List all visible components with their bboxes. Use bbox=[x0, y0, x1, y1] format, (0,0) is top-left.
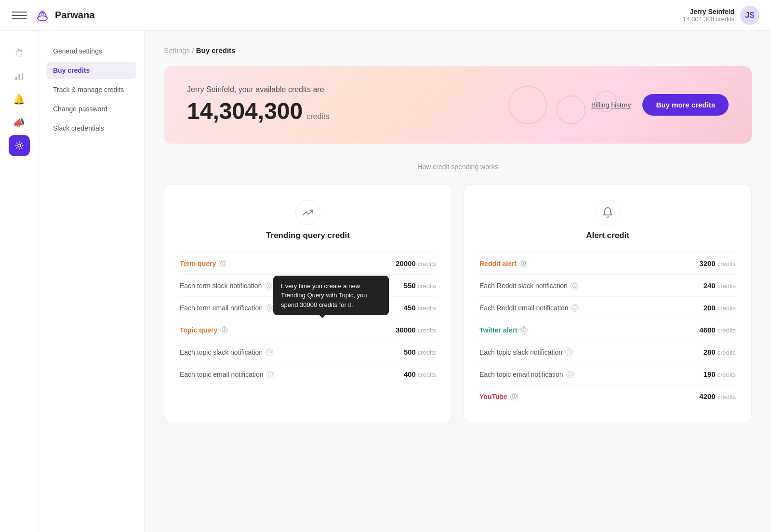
avatar: JS bbox=[740, 6, 759, 25]
trending-query-card: Trending query credit Term query ⓘ 20000… bbox=[164, 184, 452, 423]
credit-row-topic-slack: Each topic slack notification ⓘ 500 cred… bbox=[180, 341, 436, 363]
main-layout: ⏱ 🔔 📣 General settings Buy credits Track… bbox=[0, 31, 771, 532]
topic-slack2-value: 280 credits bbox=[704, 348, 736, 356]
reddit-alert-value: 3200 credits bbox=[699, 259, 736, 267]
topic-email-info-icon[interactable]: ⓘ bbox=[266, 371, 274, 378]
credits-banner: Jerry Seinfeld, your available credits a… bbox=[164, 66, 752, 144]
term-email-info-icon[interactable]: ⓘ bbox=[266, 304, 273, 312]
reddit-slack-label: Each Reddit slack notification ⓘ bbox=[479, 282, 578, 290]
credit-row-reddit-slack: Each Reddit slack notification ⓘ 240 cre… bbox=[479, 274, 736, 296]
topic-slack2-label: Each topic slack notification ⓘ bbox=[479, 348, 573, 356]
reddit-alert-info-icon[interactable]: ⓘ bbox=[519, 260, 527, 267]
reddit-slack-info-icon[interactable]: ⓘ bbox=[571, 282, 578, 290]
alert-credit-card: Alert credit Reddit alert ⓘ 3200 credits bbox=[464, 184, 752, 423]
trending-card-title: Trending query credit bbox=[266, 231, 350, 240]
breadcrumb: Settings / Buy credits bbox=[164, 46, 752, 54]
topic-query-value: 30000 credits bbox=[396, 326, 436, 334]
topic-email2-label: Each topic email notification ⓘ bbox=[479, 371, 574, 378]
logo-icon bbox=[35, 8, 50, 23]
topic-slack-label: Each topic slack notification ⓘ bbox=[180, 348, 273, 356]
twitter-alert-value: 4600 credits bbox=[699, 326, 736, 334]
credit-row-term-query: Term query ⓘ 20000 credits bbox=[180, 252, 436, 274]
credits-label: credits bbox=[306, 112, 329, 121]
twitter-alert-info-icon[interactable]: ⓘ bbox=[520, 326, 528, 334]
sidebar-item-track-credits[interactable]: Track & manage credits bbox=[46, 81, 136, 98]
credit-row-topic-slack2: Each topic slack notification ⓘ 280 cred… bbox=[479, 341, 736, 363]
icon-sidebar: ⏱ 🔔 📣 bbox=[0, 31, 39, 532]
svg-point-0 bbox=[38, 16, 47, 21]
topic-query-tooltip: Every time you create a new Trending Que… bbox=[273, 276, 389, 316]
topic-email2-value: 190 credits bbox=[704, 370, 736, 378]
credit-row-youtube: YouTube ⓘ 4200 credits bbox=[479, 385, 736, 407]
sidebar-item-change-password[interactable]: Change password bbox=[46, 100, 136, 118]
trending-card-header: Trending query credit bbox=[180, 200, 436, 240]
sidebar-item-dashboard[interactable]: ⏱ bbox=[9, 42, 30, 64]
youtube-label: YouTube ⓘ bbox=[479, 393, 518, 400]
term-query-info-icon[interactable]: ⓘ bbox=[219, 260, 226, 267]
reddit-email-info-icon[interactable]: ⓘ bbox=[571, 304, 579, 312]
credit-row-topic-query: Topic query ⓘ 30000 credits Every time y… bbox=[180, 319, 436, 341]
svg-rect-6 bbox=[22, 73, 23, 80]
credits-intro: Jerry Seinfeld, your available credits a… bbox=[187, 85, 329, 94]
reddit-email-label: Each Reddit email notification ⓘ bbox=[479, 304, 579, 312]
topic-query-info-icon[interactable]: ⓘ bbox=[220, 326, 228, 334]
topic-slack-info-icon[interactable]: ⓘ bbox=[266, 348, 273, 356]
user-credits: 14,304,300 credits bbox=[683, 15, 734, 23]
main-content: Settings / Buy credits Jerry Seinfeld, y… bbox=[145, 31, 771, 532]
buy-more-button[interactable]: Buy more credits bbox=[642, 94, 729, 116]
alert-card-header: Alert credit bbox=[479, 200, 736, 240]
topic-email-label: Each topic email notification ⓘ bbox=[180, 371, 274, 378]
credit-row-reddit-alert: Reddit alert ⓘ 3200 credits bbox=[479, 252, 736, 274]
sidebar-item-analytics[interactable] bbox=[9, 66, 30, 87]
topic-slack2-info-icon[interactable]: ⓘ bbox=[565, 348, 573, 356]
sidebar-item-settings[interactable] bbox=[9, 135, 30, 156]
settings-sidebar: General settings Buy credits Track & man… bbox=[39, 31, 145, 532]
reddit-email-value: 200 credits bbox=[704, 304, 736, 312]
sidebar-item-megaphone[interactable]: 📣 bbox=[9, 112, 30, 133]
svg-rect-5 bbox=[18, 74, 20, 80]
topic-query-label: Topic query ⓘ bbox=[180, 326, 228, 334]
alert-card-icon bbox=[595, 200, 620, 225]
app-logo: Parwana bbox=[35, 8, 683, 23]
credit-row-topic-email2: Each topic email notification ⓘ 190 cred… bbox=[479, 363, 736, 385]
trending-card-icon bbox=[295, 200, 320, 225]
svg-point-7 bbox=[18, 144, 21, 147]
term-email-value: 450 credits bbox=[404, 304, 436, 312]
twitter-alert-label: Twitter alert ⓘ bbox=[479, 326, 528, 334]
breadcrumb-current: Buy credits bbox=[196, 46, 236, 54]
sidebar-item-general[interactable]: General settings bbox=[46, 42, 136, 60]
app-name: Parwana bbox=[55, 10, 94, 21]
reddit-alert-label: Reddit alert ⓘ bbox=[479, 260, 527, 267]
banner-decoration bbox=[508, 86, 617, 124]
youtube-info-icon[interactable]: ⓘ bbox=[510, 393, 518, 400]
credit-row-reddit-email: Each Reddit email notification ⓘ 200 cre… bbox=[479, 296, 736, 319]
sidebar-item-buy-credits[interactable]: Buy credits bbox=[46, 62, 136, 79]
term-query-value: 20000 credits bbox=[396, 259, 436, 267]
term-query-label: Term query ⓘ bbox=[180, 260, 226, 267]
topic-slack-value: 500 credits bbox=[404, 348, 436, 356]
credits-info: Jerry Seinfeld, your available credits a… bbox=[187, 85, 329, 124]
credit-cards-grid: Trending query credit Term query ⓘ 20000… bbox=[164, 184, 752, 423]
reddit-slack-value: 240 credits bbox=[704, 281, 736, 290]
credits-amount: 14,304,300 credits bbox=[187, 98, 329, 124]
topic-email2-info-icon[interactable]: ⓘ bbox=[566, 371, 574, 378]
sidebar-item-alerts[interactable]: 🔔 bbox=[9, 89, 30, 110]
topbar: Parwana Jerry Seinfeld 14,304,300 credit… bbox=[0, 0, 771, 31]
sidebar-item-slack-credentials[interactable]: Slack credentials bbox=[46, 120, 136, 137]
how-works-title: How credit spending works bbox=[164, 163, 752, 171]
svg-point-1 bbox=[41, 11, 43, 13]
svg-line-3 bbox=[42, 13, 44, 14]
youtube-value: 4200 credits bbox=[699, 392, 736, 400]
breadcrumb-parent: Settings bbox=[164, 46, 190, 54]
hamburger-button[interactable] bbox=[12, 8, 27, 23]
term-email-label: Each term email notification ⓘ bbox=[180, 304, 273, 312]
breadcrumb-separator: / bbox=[192, 46, 196, 54]
topic-email-value: 400 credits bbox=[404, 370, 436, 378]
credit-row-topic-email: Each topic email notification ⓘ 400 cred… bbox=[180, 363, 436, 385]
svg-rect-4 bbox=[15, 77, 17, 80]
credit-row-twitter-alert: Twitter alert ⓘ 4600 credits bbox=[479, 319, 736, 341]
user-name: Jerry Seinfeld bbox=[683, 8, 734, 15]
term-slack-value: 550 credits bbox=[404, 281, 436, 290]
term-slack-info-icon[interactable]: ⓘ bbox=[265, 282, 272, 290]
credits-number: 14,304,300 bbox=[187, 98, 303, 124]
